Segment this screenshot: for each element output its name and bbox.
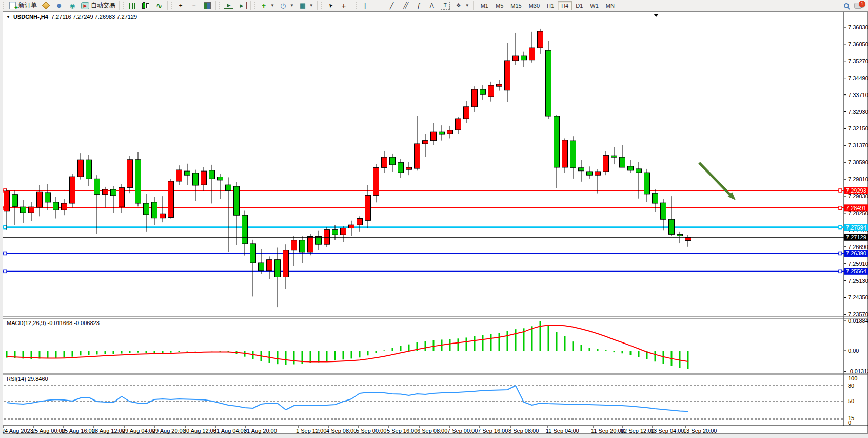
rsi-indicator-label: RSI(14) 29.8460 <box>7 376 48 382</box>
timeframe-button-M15[interactable]: M15 <box>507 1 525 10</box>
dropdown-caret-icon[interactable]: ▼ <box>290 3 294 8</box>
macd-panel[interactable] <box>7 321 688 369</box>
bar-chart-button[interactable] <box>126 1 139 11</box>
search-icon[interactable] <box>844 3 849 8</box>
horizontal-line-button[interactable]: — <box>372 1 385 11</box>
text-button[interactable]: A <box>425 1 439 11</box>
indicators-button[interactable]: +▼ <box>257 1 277 11</box>
timeframe-button-M5[interactable]: M5 <box>492 1 507 10</box>
line-handle[interactable] <box>839 270 842 273</box>
line-handle[interactable] <box>4 270 7 273</box>
price-tick-label: 7.24350 <box>848 294 868 300</box>
fibonacci-icon: ƒ <box>414 2 423 10</box>
candle <box>365 195 371 220</box>
periods-button[interactable]: ◷▼ <box>277 1 296 11</box>
date-tick-label: 5 Sep 00:00 <box>356 428 386 434</box>
price-tick-label: 7.36830 <box>848 24 868 30</box>
rsi-panel[interactable] <box>7 386 688 411</box>
arrows-button[interactable]: ❖▼ <box>452 1 471 11</box>
fibonacci-button[interactable]: ƒ <box>412 1 425 11</box>
timeframe-button-W1[interactable]: W1 <box>586 1 602 10</box>
price-tick-label: 7.23570 <box>848 311 868 317</box>
toolbar-grip <box>122 2 125 10</box>
candle <box>242 215 248 244</box>
timeframe-button-H4[interactable]: H4 <box>558 1 572 10</box>
clock-icon: ◷ <box>279 2 288 10</box>
trendline-icon: ╱ <box>387 2 397 10</box>
chart-window-button[interactable] <box>39 1 52 11</box>
timeframe-button-M30[interactable]: M30 <box>525 1 543 10</box>
zoom-out-button[interactable]: − <box>187 1 201 11</box>
new-order-icon <box>8 2 17 10</box>
zoom-in-icon: + <box>176 2 185 10</box>
chart-shift-icon: ▶ <box>238 2 247 9</box>
candlestick-chart-button[interactable] <box>139 1 152 11</box>
dropdown-caret-icon[interactable]: ▼ <box>270 3 274 8</box>
chart-title-bar: ▼ USDCNH-,H4 7.27116 7.27249 7.26983 7.2… <box>6 14 137 20</box>
candle <box>538 31 543 48</box>
timeframe-button-H1[interactable]: H1 <box>543 1 558 10</box>
profile-button[interactable]: ☻ <box>52 1 66 11</box>
chart-shift-marker-icon[interactable] <box>654 14 659 17</box>
chart-canvas[interactable]: 7.368307.360507.352707.344907.337107.329… <box>3 12 868 434</box>
candle <box>644 173 650 194</box>
line-handle[interactable] <box>839 189 842 192</box>
candle <box>4 191 10 211</box>
autotrading-button[interactable]: ▶自动交易 <box>79 1 117 11</box>
toolbar-grip <box>320 2 323 10</box>
candle <box>45 193 51 202</box>
line-handle[interactable] <box>4 226 7 229</box>
candle <box>636 169 642 173</box>
candle <box>316 237 322 245</box>
candle <box>529 48 535 60</box>
tile-windows-button[interactable] <box>201 1 214 11</box>
dropdown-caret-icon[interactable]: ▼ <box>309 3 313 8</box>
trendline-button[interactable]: ╱ <box>385 1 399 11</box>
chart-ohlc-quotes: 7.27116 7.27249 7.26983 7.27129 <box>51 14 137 20</box>
price-tag-label: 7.25564 <box>846 268 866 274</box>
line-handle[interactable] <box>839 226 842 229</box>
price-tag-label: 7.26390 <box>846 250 866 256</box>
line-handle[interactable] <box>839 206 842 210</box>
candle <box>300 240 305 252</box>
candle <box>160 214 166 218</box>
candle <box>513 56 519 61</box>
vertical-line-button[interactable]: | <box>359 1 372 11</box>
toolbar-separator <box>167 1 168 10</box>
templates-button[interactable]: ▦▼ <box>296 1 315 11</box>
crosshair-button[interactable]: + <box>337 1 350 11</box>
timeframe-button-M1[interactable]: M1 <box>477 1 492 10</box>
line-handle[interactable] <box>839 252 842 255</box>
candle <box>201 171 207 185</box>
alerts-button[interactable]: ◉ <box>66 1 79 11</box>
timeframe-button-MN[interactable]: MN <box>602 1 618 10</box>
cursor-button[interactable]: ➤ <box>324 1 337 11</box>
date-tick-label: 11 Sep 04:00 <box>546 428 579 434</box>
candle <box>127 160 133 188</box>
date-tick-label: 13 Sep 04:00 <box>650 428 684 434</box>
new-order-button[interactable]: 新订单 <box>6 1 39 11</box>
candle <box>480 89 486 94</box>
arrow-annotation[interactable] <box>699 163 736 200</box>
chart-shift-button[interactable]: ▶ <box>235 1 249 11</box>
candle <box>431 132 437 140</box>
chart-menu-toggle-icon[interactable]: ▼ <box>6 15 10 20</box>
notifications-icon[interactable]: 1 <box>854 3 862 9</box>
text-label-button[interactable]: T <box>439 1 452 11</box>
line-handle[interactable] <box>4 252 7 255</box>
candle <box>291 240 297 250</box>
cursor-icon: ➤ <box>324 0 336 11</box>
auto-scroll-button[interactable]: ▶ <box>222 1 235 11</box>
candle <box>398 162 404 173</box>
chart-window[interactable]: 7.368307.360507.352707.344907.337107.329… <box>3 11 868 434</box>
dropdown-caret-icon[interactable]: ▼ <box>465 3 469 8</box>
zoom-in-button[interactable]: + <box>174 1 187 11</box>
candle <box>119 188 125 207</box>
macd-signal-line <box>7 325 688 361</box>
candle <box>439 132 445 134</box>
line-chart-button[interactable]: ∿ <box>152 1 166 11</box>
equidistant-channel-button[interactable]: ╱╱ <box>399 1 412 11</box>
timeframe-button-D1[interactable]: D1 <box>572 1 586 10</box>
candle <box>308 237 313 252</box>
date-tick-label: 7 Sep 00:00 <box>447 428 478 434</box>
